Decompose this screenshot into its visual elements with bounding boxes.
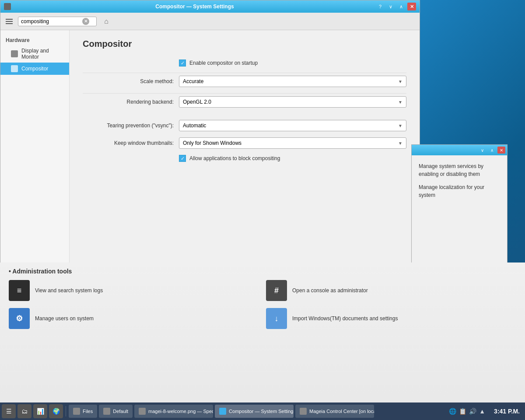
spacer-1 [83, 114, 406, 120]
control-content: Administration tools ≡ View and search s… [0, 262, 525, 334]
scale-method-label: Scale method: [83, 78, 179, 84]
import-icon: ↓ [266, 308, 287, 329]
taskbar-window-compositor[interactable]: Compositor — System Settings [215, 405, 294, 418]
titlebar-app-icon [4, 3, 11, 10]
rendering-backend-row: Rendering backend: OpenGL 2.0 ▼ [83, 96, 406, 108]
taskbar-window-default-label: Default [113, 409, 128, 414]
users-icon: ⚙ [9, 308, 30, 329]
scale-method-arrow: ▼ [398, 79, 402, 84]
maximize-button[interactable]: ∧ [397, 3, 406, 10]
content-area: Compositor Enable compositor on startup … [70, 30, 420, 284]
main-titlebar: Compositor — System Settings ? ∨ ∧ ✕ [0, 0, 420, 13]
taskbar-compositor-icon [219, 408, 226, 415]
menu-line-2 [6, 21, 13, 22]
compositor-icon [11, 65, 18, 72]
users-icon-text: ⚙ [16, 314, 23, 323]
tearing-prevention-arrow: ▼ [398, 123, 402, 128]
logs-label: View and search system logs [35, 287, 103, 294]
scale-method-row: Scale method: Accurate ▼ [83, 76, 406, 87]
second-maximize-button[interactable]: ∧ [488, 147, 496, 154]
sidebar-item-compositor-label: Compositor [21, 66, 48, 72]
taskbar-spectacle-label: magei-8-welcome.png — Spect... [148, 409, 213, 414]
taskbar-clock[interactable]: 3:41 P.M. [490, 408, 523, 415]
console-icon: # [266, 280, 287, 301]
sidebar-item-compositor[interactable]: Compositor [0, 63, 69, 75]
info-block-1: Manage system services by enabling or di… [419, 162, 500, 178]
rendering-backend-label: Rendering backend: [83, 99, 179, 105]
menu-line-3 [6, 23, 13, 24]
home-button[interactable]: ⌂ [100, 15, 112, 28]
logs-icon-text: ≡ [17, 286, 22, 295]
taskbar-window-files[interactable]: Files [69, 405, 97, 418]
import-icon-text: ↓ [275, 314, 279, 323]
allow-apps-row: Allow applications to block compositing [83, 155, 406, 162]
clipboard-icon[interactable]: 📋 [459, 408, 466, 415]
second-minimize-button[interactable]: ∨ [478, 147, 486, 154]
keep-thumbnails-row: Keep window thumbnails: Only for Shown W… [83, 137, 406, 149]
tearing-prevention-select[interactable]: Automatic ▼ [179, 120, 406, 131]
import-label: Import Windows(TM) documents and setting… [292, 315, 398, 322]
minimize-button[interactable]: ∨ [386, 3, 395, 10]
sidebar-section-hardware: Hardware [0, 34, 69, 45]
separator-1 [83, 73, 406, 73]
keep-thumbnails-select[interactable]: Only for Shown Windows ▼ [179, 137, 406, 149]
users-label: Manage users on system [35, 315, 94, 322]
search-box[interactable]: ✕ [18, 17, 97, 26]
allow-apps-label: Allow applications to block compositing [189, 155, 280, 161]
allow-apps-checkbox[interactable] [179, 155, 186, 162]
taskbar-files-icon[interactable]: 🗂 [18, 404, 32, 418]
taskbar-window-spectacle[interactable]: magei-8-welcome.png — Spect... [134, 405, 213, 418]
window-header: ✕ ⌂ [0, 13, 420, 30]
enable-compositor-label: Enable compositor on startup [189, 60, 258, 66]
tool-item-console[interactable]: # Open a console as administrator [266, 280, 516, 301]
titlebar-controls: ? ∨ ∧ ✕ [376, 3, 416, 10]
taskbar-window-control-center[interactable]: Mageia Control Center [on loca... [295, 405, 374, 418]
network-icon[interactable]: 🌐 [449, 408, 456, 415]
help-button[interactable]: ? [376, 3, 385, 10]
main-window-title: Compositor — System Settings [14, 4, 376, 10]
tool-item-import[interactable]: ↓ Import Windows(TM) documents and setti… [266, 308, 516, 329]
taskbar-monitor-icon[interactable]: 📊 [33, 404, 47, 418]
rendering-backend-select[interactable]: OpenGL 2.0 ▼ [179, 96, 406, 108]
keep-thumbnails-value: Only for Shown Windows [183, 140, 242, 146]
second-titlebar: ∨ ∧ ✕ [412, 145, 507, 155]
systray: 🌐 📋 🔊 ▲ [449, 408, 489, 415]
search-clear-button[interactable]: ✕ [82, 18, 89, 25]
taskbar-window-default[interactable]: Default [99, 405, 133, 418]
taskbar-compositor-label: Compositor — System Settings [229, 409, 294, 414]
sidebar-item-display[interactable]: Display and Monitor [0, 45, 69, 63]
taskbar-app-menu[interactable]: ☰ [2, 404, 16, 418]
taskbar-browser-icon[interactable]: 🌍 [49, 404, 63, 418]
scale-method-select[interactable]: Accurate ▼ [179, 76, 406, 87]
tearing-prevention-value: Automatic [183, 122, 206, 129]
tool-item-logs[interactable]: ≡ View and search system logs [9, 280, 259, 301]
enable-compositor-checkbox-group: Enable compositor on startup [179, 60, 258, 66]
separator-2 [83, 93, 406, 94]
menu-button[interactable] [4, 16, 14, 27]
taskbar-window-default-icon [103, 408, 110, 415]
close-button[interactable]: ✕ [407, 3, 416, 10]
tearing-prevention-row: Tearing prevention ("vsync"): Automatic … [83, 120, 406, 131]
system-tray-expand-icon[interactable]: ▲ [479, 408, 485, 415]
second-close-button[interactable]: ✕ [497, 147, 505, 154]
volume-icon[interactable]: 🔊 [469, 408, 476, 415]
enable-compositor-checkbox[interactable] [179, 60, 186, 66]
info-block-2: Manage localization for your system [419, 183, 500, 199]
keep-thumbnails-arrow: ▼ [398, 141, 402, 146]
clock-time: 3:41 P.M. [494, 408, 520, 415]
toolbar: ✕ ⌂ [0, 13, 420, 30]
taskbar: ☰ 🗂 📊 🌍 Files Default magei-8-welcome.pn… [0, 402, 525, 420]
taskbar-control-center-icon [300, 408, 307, 415]
search-input[interactable] [21, 18, 82, 24]
taskbar-window-files-label: Files [83, 409, 93, 414]
tearing-prevention-label: Tearing prevention ("vsync"): [83, 122, 179, 129]
taskbar-spectacle-icon [139, 408, 146, 415]
rendering-backend-arrow: ▼ [398, 100, 402, 105]
enable-compositor-row: Enable compositor on startup [83, 60, 406, 66]
keep-thumbnails-label: Keep window thumbnails: [83, 140, 179, 146]
admin-tools-title: Administration tools [9, 268, 516, 275]
tool-item-users[interactable]: ⚙ Manage users on system [9, 308, 259, 329]
logs-icon: ≡ [9, 280, 30, 301]
page-title: Compositor [83, 39, 406, 49]
menu-line-1 [6, 19, 13, 20]
